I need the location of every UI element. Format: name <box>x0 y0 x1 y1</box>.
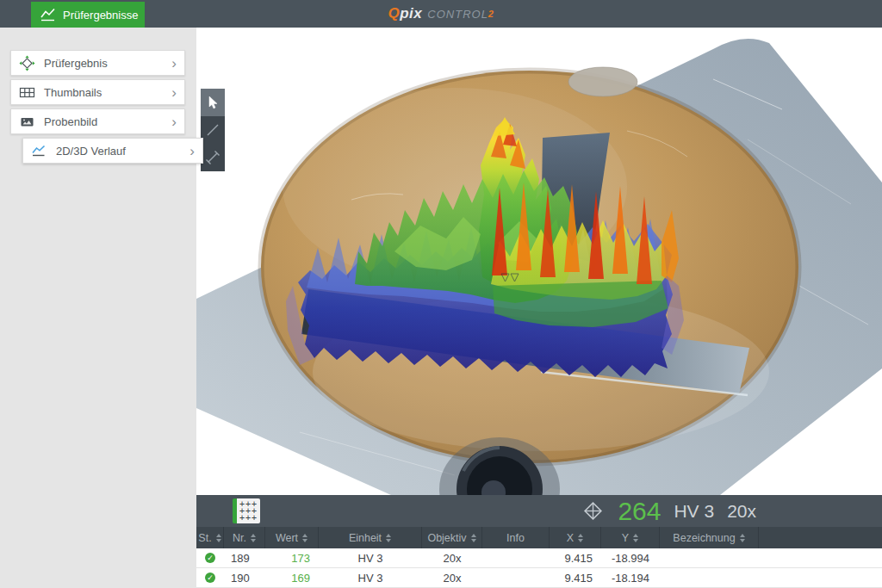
current-measurement-readout: 264 HV 3 20x <box>581 495 756 527</box>
cursor-icon <box>207 96 219 109</box>
sidebar-item-label: Prüfergebnis <box>44 57 163 70</box>
status-ok-icon <box>205 573 215 583</box>
col-header-einheit[interactable]: Einheit <box>319 527 422 548</box>
status-cell <box>196 568 224 587</box>
chevron-right-icon <box>171 56 177 71</box>
einheit-cell: HV 3 <box>319 548 422 567</box>
info-cell <box>482 568 550 587</box>
x-cell: 9.415 <box>550 568 601 587</box>
nr-cell: 190 <box>224 568 265 587</box>
table-row[interactable]: 190 169 HV 3 20x 9.415 -18.194 <box>196 568 882 588</box>
qpix-control-app: Prüfergebnisse QpixCONTROL2 Prüfergebnis <box>0 0 882 588</box>
nr-cell: 189 <box>224 548 265 567</box>
sort-icon <box>633 534 638 542</box>
sort-icon <box>302 534 307 542</box>
brand-sup: 2 <box>488 9 494 19</box>
sort-icon <box>578 534 583 542</box>
specimen-photo <box>196 28 882 495</box>
y-cell: -18.194 <box>601 568 660 587</box>
measure-tool[interactable] <box>201 144 225 171</box>
col-header-y[interactable]: Y <box>601 527 660 548</box>
col-header-wert[interactable]: Wert <box>265 527 319 548</box>
wert-cell: 169 <box>265 568 319 587</box>
line-icon <box>205 122 220 138</box>
hardness-scale: HV 3 <box>674 501 714 522</box>
chevron-right-icon <box>171 115 177 129</box>
objective-magnification: 20x <box>727 501 756 522</box>
grid-points-icon <box>239 501 258 522</box>
line-tool[interactable] <box>201 116 225 144</box>
sidebar-item-pruefergebnis[interactable]: Prüfergebnis <box>10 50 185 76</box>
chevron-right-icon <box>171 85 177 100</box>
objektiv-cell: 20x <box>422 548 482 567</box>
line-chart-icon <box>31 143 47 159</box>
status-ok-icon <box>205 553 215 563</box>
viewer-toolbar <box>201 89 225 171</box>
status-cell <box>196 548 224 567</box>
sidebar: Prüfergebnis Thumbnails Probenbild <box>0 28 196 588</box>
bezeichnung-cell <box>660 548 759 567</box>
chevron-right-icon <box>189 144 195 158</box>
col-header-bezeichnung[interactable]: Bezeichnung <box>660 527 759 548</box>
sidebar-item-label: 2D/3D Verlauf <box>56 145 181 158</box>
brand-q: Q <box>388 5 401 22</box>
sort-icon <box>251 534 256 542</box>
diamond-target-icon <box>19 55 35 71</box>
col-header-objektiv[interactable]: Objektiv <box>422 527 482 548</box>
col-header-st[interactable]: St. <box>196 527 224 548</box>
sort-icon <box>471 534 476 542</box>
y-cell: -18.994 <box>601 548 660 567</box>
sort-icon <box>216 534 221 542</box>
bezeichnung-cell <box>660 568 759 587</box>
specimen-viewer[interactable] <box>196 28 882 495</box>
sort-icon <box>740 534 745 542</box>
measure-grid-button[interactable] <box>233 498 260 523</box>
brand-logo: QpixCONTROL2 <box>0 0 882 28</box>
main-area: 264 HV 3 20x St. Nr. Wert Einheit Objekt… <box>196 28 882 588</box>
cursor-tool[interactable] <box>201 89 225 116</box>
col-header-info[interactable]: Info <box>482 527 550 548</box>
col-header-filler <box>759 527 882 548</box>
info-cell <box>482 548 550 567</box>
wert-cell: 173 <box>265 548 319 567</box>
einheit-cell: HV 3 <box>319 568 422 587</box>
app-header: Prüfergebnisse QpixCONTROL2 <box>0 0 882 28</box>
sidebar-item-probenbild[interactable]: Probenbild <box>10 108 185 134</box>
filler-cell <box>759 548 882 567</box>
filler-cell <box>759 568 882 587</box>
x-cell: 9.415 <box>550 548 601 567</box>
results-table-header: St. Nr. Wert Einheit Objektiv Info X Y B… <box>196 527 882 548</box>
sidebar-item-thumbnails[interactable]: Thumbnails <box>10 79 185 105</box>
sidebar-item-2d3d-verlauf[interactable]: 2D/3D Verlauf <box>22 138 203 164</box>
hardness-value: 264 <box>618 498 661 524</box>
brand-control: CONTROL <box>427 8 488 21</box>
indent-diamond-icon <box>581 499 605 523</box>
grid-icon <box>19 84 35 101</box>
photo-icon <box>19 114 35 130</box>
sidebar-item-label: Probenbild <box>44 115 163 128</box>
status-bar: 264 HV 3 20x <box>196 495 882 527</box>
col-header-nr[interactable]: Nr. <box>224 527 265 548</box>
measure-icon <box>205 150 220 165</box>
objektiv-cell: 20x <box>422 568 482 587</box>
table-row[interactable]: 189 173 HV 3 20x 9.415 -18.994 <box>196 548 882 568</box>
col-header-x[interactable]: X <box>550 527 601 548</box>
sort-icon <box>386 534 391 542</box>
sidebar-item-label: Thumbnails <box>44 86 163 99</box>
brand-pix: pix <box>400 5 422 22</box>
